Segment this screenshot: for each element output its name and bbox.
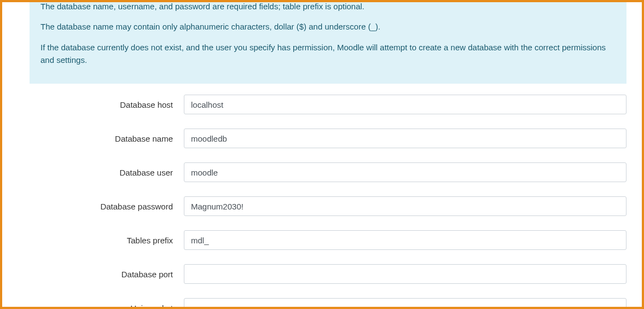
row-dbuser: Database user — [30, 162, 626, 182]
input-dbuser[interactable] — [184, 162, 626, 182]
row-dbsocket: Unix socket — [30, 298, 626, 309]
label-dbport: Database port — [30, 270, 184, 279]
input-prefix[interactable] — [184, 230, 626, 250]
info-text-required: The database name, username, and passwor… — [40, 0, 616, 13]
info-panel: The database name, username, and passwor… — [30, 0, 626, 84]
label-prefix: Tables prefix — [30, 236, 184, 245]
row-dbpass: Database password — [30, 196, 626, 216]
page-frame: The database name, username, and passwor… — [0, 0, 644, 309]
row-dbname: Database name — [30, 129, 626, 148]
info-text-chars: The database name may contain only alpha… — [40, 20, 616, 33]
input-dbport[interactable] — [184, 264, 626, 284]
row-dbhost: Database host — [30, 95, 626, 114]
content-wrap: The database name, username, and passwor… — [2, 0, 642, 309]
label-dbpass: Database password — [30, 202, 184, 211]
row-dbport: Database port — [30, 264, 626, 284]
input-dbname[interactable] — [184, 129, 626, 148]
input-dbsocket[interactable] — [184, 298, 626, 309]
label-dbname: Database name — [30, 134, 184, 143]
label-dbuser: Database user — [30, 168, 184, 177]
info-text-create: If the database currently does not exist… — [40, 41, 616, 67]
label-dbsocket: Unix socket — [30, 304, 184, 310]
row-prefix: Tables prefix — [30, 230, 626, 250]
input-dbpass[interactable] — [184, 196, 626, 216]
label-dbhost: Database host — [30, 100, 184, 109]
database-settings-form: Database host Database name Database use… — [2, 95, 642, 309]
input-dbhost[interactable] — [184, 95, 626, 114]
